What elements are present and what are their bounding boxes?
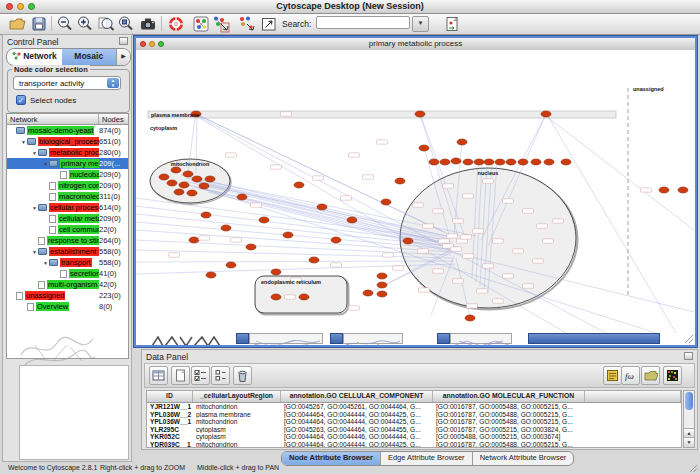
network-node[interactable]	[429, 159, 439, 165]
table-cell[interactable]: YPL036W__1	[147, 418, 193, 426]
column-header[interactable]: _cellularLayoutRegion	[193, 391, 281, 402]
tree-row[interactable]: unassigned223(0)	[7, 290, 128, 301]
zoom-in-icon[interactable]	[76, 15, 94, 33]
table-cell[interactable]: [GO:0044464, GO:0044444, GO:0044425, G..…	[281, 441, 433, 448]
zoom-fit-icon[interactable]	[97, 15, 115, 33]
table-row[interactable]: YLR295Ccytoplasm[GO:0045263, GO:0044464,…	[147, 426, 681, 434]
tree-expander-icon[interactable]: ▼	[31, 150, 38, 156]
network-canvas[interactable]: plasma membranecytoplasmmitochondrionnuc…	[136, 50, 695, 345]
network-node[interactable]	[174, 189, 184, 195]
resize-grip-icon[interactable]	[689, 464, 698, 473]
float-panel-icon[interactable]	[119, 37, 128, 45]
table-cell[interactable]: [GO:0016787, GO:0005488, GO:0005215, G..…	[433, 441, 585, 448]
network-node[interactable]	[171, 167, 181, 173]
network-node[interactable]	[206, 272, 216, 278]
network-node[interactable]	[205, 176, 215, 182]
table-row[interactable]: YPL036W__1mitochondrion[GO:0044464, GO:0…	[147, 418, 681, 426]
tree-row[interactable]: multi-organism pro42(0)	[7, 279, 128, 290]
network-node[interactable]	[189, 237, 199, 243]
table-scrollbar[interactable]: ▲ ▼	[683, 390, 695, 448]
network-node[interactable]	[484, 159, 494, 165]
table-cell[interactable]	[585, 403, 681, 411]
tab-network[interactable]: Network	[7, 49, 62, 65]
network-node[interactable]	[465, 315, 475, 321]
network-node[interactable]	[347, 217, 357, 223]
tree-row[interactable]: Overview8(0)	[7, 301, 128, 312]
search-dropdown-icon[interactable]: ▼	[412, 16, 429, 32]
tree-row[interactable]: cell communicat22(0)	[7, 224, 128, 235]
tree-expander-icon[interactable]: ▼	[20, 139, 27, 145]
snapshot-icon[interactable]	[139, 15, 157, 33]
network-node[interactable]	[463, 159, 473, 165]
open-session-icon[interactable]	[8, 15, 26, 33]
column-header[interactable]	[585, 391, 681, 402]
network-node[interactable]	[395, 178, 405, 184]
resize-grip-icon[interactable]	[684, 334, 694, 344]
table-cell[interactable]: mitochondrion	[193, 441, 281, 448]
background-window-thumbnail[interactable]	[249, 333, 323, 344]
table-cell[interactable]: YLR295C	[147, 426, 193, 434]
tree-row[interactable]: secretion41(0)	[7, 268, 128, 279]
network-node[interactable]	[246, 244, 256, 250]
column-header[interactable]: annotation.GO MOLECULAR_FUNCTION	[433, 391, 585, 402]
network-node[interactable]	[179, 182, 189, 188]
tree-row[interactable]: response to stimulu264(0)	[7, 235, 128, 246]
network-node[interactable]	[192, 176, 202, 182]
tab-mosaic[interactable]: Mosaic	[62, 49, 117, 65]
background-window-titlebar[interactable]	[330, 333, 343, 344]
network-node[interactable]	[226, 262, 236, 268]
network-node[interactable]	[544, 159, 554, 165]
tree-row[interactable]: nitrogen compo209(0)	[7, 180, 128, 191]
select-attributes-icon[interactable]	[191, 366, 210, 385]
tree-row[interactable]: mosaic-demo-yeast874(0)	[7, 125, 128, 136]
network-node[interactable]	[403, 238, 413, 244]
network-node[interactable]	[474, 159, 484, 165]
network-node[interactable]	[187, 190, 197, 196]
table-cell[interactable]: [GO:0005488, GO:0005215, GO:0003674]	[433, 433, 585, 441]
background-window-titlebar[interactable]	[437, 333, 450, 344]
tree-header-network[interactable]: Network	[7, 114, 99, 124]
tree-expander-icon[interactable]: ▼	[31, 205, 38, 211]
zoom-selected-icon[interactable]	[117, 15, 135, 33]
background-window-thumbnail[interactable]	[343, 333, 403, 344]
table-cell[interactable]: plasma membrane	[193, 411, 281, 419]
network-node[interactable]	[377, 291, 387, 297]
table-cell[interactable]	[585, 426, 681, 434]
column-header[interactable]: annotation.GO CELLULAR_COMPONENT	[281, 391, 433, 402]
tree-header-nodes[interactable]: Nodes	[99, 114, 124, 124]
table-cell[interactable]: [GO:0016787, GO:0005488, GO:0005215, G..…	[433, 403, 585, 411]
network-node[interactable]	[221, 225, 231, 231]
network-node[interactable]	[363, 290, 373, 296]
network-node[interactable]	[271, 294, 281, 300]
unselect-attributes-icon[interactable]	[211, 366, 230, 385]
apply-layout-alt-icon[interactable]	[238, 15, 256, 33]
table-row[interactable]: YPL036W__2plasma membrane[GO:0044464, GO…	[147, 411, 681, 419]
table-cell[interactable]: YJR121W__1	[147, 403, 193, 411]
network-node[interactable]	[331, 237, 341, 243]
tree-row[interactable]: ▼primary metabo209(...	[7, 158, 128, 169]
import-table-icon[interactable]	[641, 366, 660, 385]
function-builder-icon[interactable]: fω	[621, 366, 640, 385]
table-row[interactable]: YDR039C__1mitochondrion[GO:0044464, GO:0…	[147, 441, 681, 448]
network-node[interactable]	[237, 194, 247, 200]
node-color-dropdown[interactable]: transporter activity ▲▼	[13, 76, 121, 90]
tree-row[interactable]: nucleobase-209(0)	[7, 169, 128, 180]
tree-row[interactable]: ▼cellular process614(0)	[7, 202, 128, 213]
save-session-icon[interactable]	[30, 15, 48, 33]
network-node[interactable]	[271, 269, 281, 275]
table-cell[interactable]: [GO:0044464, GO:0044446, GO:0044444, G..…	[281, 433, 433, 441]
network-view-window[interactable]: primary metabolic process plasma membran…	[134, 36, 697, 347]
tree-expander-icon[interactable]: ▼	[42, 161, 49, 167]
tree-row[interactable]: ▼metabolic process280(0)	[7, 147, 128, 158]
table-cell[interactable]	[585, 418, 681, 426]
table-row[interactable]: YKR052Ccytoplasm[GO:0044464, GO:0044446,…	[147, 433, 681, 441]
float-panel-icon[interactable]	[684, 352, 693, 360]
table-cell[interactable]: [GO:0016787, GO:0005488, GO:0005215, G..…	[433, 411, 585, 419]
network-node[interactable]	[678, 187, 688, 193]
apply-layout-icon[interactable]	[212, 15, 230, 33]
new-attribute-icon[interactable]	[171, 366, 190, 385]
tab-overflow-arrow-icon[interactable]: ▶	[116, 49, 130, 65]
tree-row[interactable]: ▼transport558(0)	[7, 257, 128, 268]
network-node[interactable]	[377, 273, 387, 279]
attribute-table-icon[interactable]	[149, 366, 168, 385]
